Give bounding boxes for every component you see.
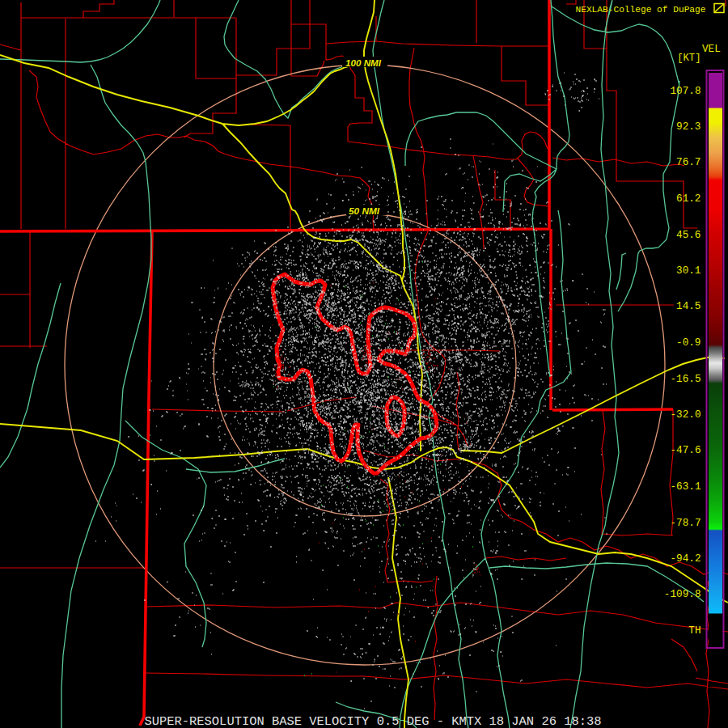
svg-text:-16.5: -16.5: [670, 373, 700, 385]
svg-text:50 NMI: 50 NMI: [349, 206, 380, 216]
svg-text:30.1: 30.1: [676, 265, 700, 277]
svg-text:14.5: 14.5: [676, 300, 700, 312]
svg-text:76.7: 76.7: [676, 156, 700, 168]
svg-text:TH: TH: [688, 624, 700, 637]
svg-text:SUPER-RESOLUTION BASE VELOCITY: SUPER-RESOLUTION BASE VELOCITY 0.5 DEG -…: [145, 715, 602, 728]
svg-text:-47.6: -47.6: [670, 444, 700, 456]
svg-text:-32.0: -32.0: [670, 408, 700, 421]
svg-text:-0.9: -0.9: [676, 336, 700, 349]
svg-text:100 NMI: 100 NMI: [345, 58, 382, 68]
svg-text:92.3: 92.3: [676, 121, 700, 133]
svg-text:-94.2: -94.2: [670, 552, 700, 565]
svg-text:NEXLAB-College of DuPage: NEXLAB-College of DuPage: [576, 5, 706, 15]
svg-text:VEL: VEL: [702, 43, 721, 55]
svg-text:[KT]: [KT]: [677, 53, 700, 64]
svg-text:45.6: 45.6: [676, 229, 700, 241]
svg-text:-109.8: -109.8: [664, 588, 701, 600]
svg-text:-78.7: -78.7: [670, 517, 700, 529]
svg-text:-63.1: -63.1: [670, 480, 700, 493]
svg-text:61.2: 61.2: [676, 193, 700, 205]
svg-text:107.8: 107.8: [670, 85, 700, 97]
